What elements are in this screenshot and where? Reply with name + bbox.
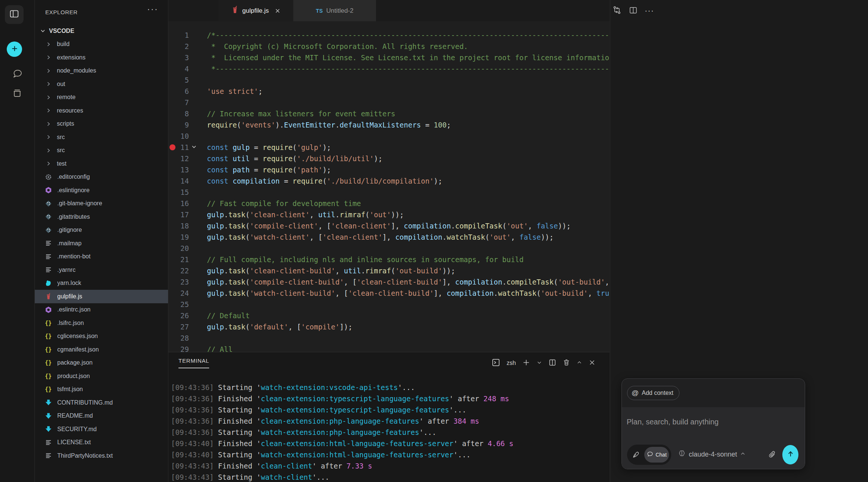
chevron-up-icon (740, 451, 746, 458)
tree-item-.mailmap[interactable]: .mailmap (35, 237, 168, 250)
line-number: 2 (168, 41, 189, 52)
tree-item-.gitattributes[interactable]: .gitattributes (35, 210, 168, 224)
tab-untitled-2[interactable]: TS Untitled-2 (293, 0, 376, 21)
send-button[interactable] (782, 445, 798, 464)
code-line: 28 (168, 332, 609, 344)
model-selector[interactable]: claude-4-sonnet (678, 449, 746, 459)
terminal-icon[interactable] (492, 358, 500, 368)
code-line: 12const util = require('./build/lib/util… (168, 153, 609, 164)
tree-item-label: cglicenses.json (57, 333, 98, 340)
code-editor[interactable]: 1/*-------------------------------------… (168, 21, 609, 352)
tree-item-test[interactable]: test (35, 157, 168, 171)
tree-item-src[interactable]: src (35, 144, 168, 157)
new-terminal-icon[interactable] (522, 359, 530, 368)
tree-item-.gitignore[interactable]: .gitignore (35, 224, 168, 237)
tree-item-.lsifrc.json[interactable]: {}.lsifrc.json (35, 316, 168, 330)
tree-item-ThirdPartyNotices.txt[interactable]: ThirdPartyNotices.txt (35, 449, 168, 463)
yarn-file-icon (45, 280, 52, 287)
tree-item-resources[interactable]: resources (35, 104, 168, 117)
code-line: 1/*-------------------------------------… (168, 30, 609, 41)
tree-item-out[interactable]: out (35, 77, 168, 91)
tree-item-label: .mention-bot (57, 253, 91, 260)
tree-item-label: .gitattributes (57, 214, 90, 220)
split-terminal-icon[interactable] (548, 359, 556, 368)
tree-item-yarn.lock[interactable]: yarn.lock (35, 277, 168, 290)
tree-item-node_modules[interactable]: node_modules (35, 64, 168, 78)
close-panel-icon[interactable] (589, 359, 596, 368)
tree-item-.eslintignore[interactable]: .eslintignore (35, 184, 168, 197)
code-line: 22gulp.task('clean-client-build', util.r… (168, 265, 609, 276)
chevron-up-icon[interactable] (577, 360, 582, 367)
tree-item-tsfmt.json[interactable]: {}tsfmt.json (35, 383, 168, 396)
tree-item-label: resources (57, 107, 83, 114)
close-tab-icon[interactable] (274, 7, 281, 14)
terminal-output[interactable]: [09:43:36] Starting 'watch-extension:vsc… (171, 382, 513, 482)
tree-item-package.json[interactable]: {}package.json (35, 356, 168, 370)
code-line: 20 (168, 243, 609, 254)
tree-item-.git-blame-ignore[interactable]: .git-blame-ignore (35, 197, 168, 211)
code-line: 14const compilation = require('./build/l… (168, 175, 609, 187)
tree-item-.editorconfig[interactable]: .editorconfig (35, 171, 168, 184)
line-number: 14 (168, 175, 189, 187)
fold-chevron-icon[interactable] (191, 144, 197, 150)
tree-root-vscode[interactable]: VSCODE (35, 24, 168, 38)
line-number: 8 (168, 108, 189, 119)
archive-button[interactable] (0, 88, 34, 100)
tree-item-gulpfile.js[interactable]: gulpfile.js (35, 290, 168, 303)
tree-item-SECURITY.md[interactable]: SECURITY.md (35, 423, 168, 436)
split-editor-icon[interactable] (629, 6, 638, 16)
more-actions-icon[interactable]: ··· (645, 9, 654, 13)
markdown-file-icon (45, 399, 52, 406)
tree-item-.mention-bot[interactable]: .mention-bot (35, 250, 168, 264)
tree-item-label: build (57, 41, 70, 47)
terminal-line: [09:43:36] Starting 'watch-extension:php… (171, 427, 513, 438)
tree-item-build[interactable]: build (35, 38, 168, 51)
mode-toggle[interactable]: Chat (627, 445, 671, 465)
chevron-right-icon (45, 121, 52, 127)
tab-label: Untitled-2 (326, 7, 354, 15)
tree-item-product.json[interactable]: {}product.json (35, 369, 168, 383)
toggle-sidebar-button[interactable] (5, 5, 24, 24)
chat-input-area[interactable]: Plan, search, build anything Chat claude… (622, 407, 805, 469)
line-number: 1 (168, 30, 189, 41)
code-line: 11const gulp = require('gulp'); (168, 142, 609, 153)
tree-item-src[interactable]: src (35, 131, 168, 144)
tree-item-cgmanifest.json[interactable]: {}cgmanifest.json (35, 343, 168, 356)
gulp-file-icon (231, 6, 239, 16)
terminal-tab[interactable]: TERMINAL (178, 357, 209, 368)
list-file-icon (45, 240, 52, 247)
chat-button[interactable] (0, 68, 34, 81)
editor-tab-bar: gulpfile.js TS Untitled-2 (168, 0, 609, 21)
tree-item-remote[interactable]: remote (35, 91, 168, 104)
line-number: 21 (168, 254, 189, 265)
pencil-icon (632, 451, 640, 459)
tree-item-CONTRIBUTING.md[interactable]: CONTRIBUTING.md (35, 396, 168, 409)
tree-item-label: yarn.lock (57, 280, 81, 286)
code-line: 23gulp.task('compile-client-build', ['cl… (168, 276, 609, 288)
explorer-more-actions-icon[interactable]: ··· (147, 4, 158, 14)
kill-terminal-trash-icon[interactable] (563, 359, 570, 368)
tree-item-.eslintrc.json[interactable]: .eslintrc.json (35, 303, 168, 317)
tree-item-.yarnrc[interactable]: .yarnrc (35, 263, 168, 277)
chevron-down-icon (40, 28, 46, 34)
tree-item-LICENSE.txt[interactable]: LICENSE.txt (35, 436, 168, 449)
archive-tray-icon (12, 88, 22, 100)
attach-paperclip-icon[interactable] (768, 450, 776, 459)
add-context-button[interactable]: @ Add context (627, 386, 679, 400)
tree-item-label: package.json (57, 359, 92, 366)
chat-mode-pill[interactable]: Chat (644, 447, 669, 463)
new-session-button[interactable] (7, 42, 22, 57)
compare-changes-icon[interactable] (612, 5, 622, 16)
tree-item-scripts[interactable]: scripts (35, 117, 168, 131)
code-line: 18gulp.task('compile-client', ['clean-cl… (168, 220, 609, 231)
model-label: claude-4-sonnet (689, 451, 737, 458)
line-number: 4 (168, 63, 189, 74)
code-line: 7 (168, 97, 609, 108)
chevron-down-icon[interactable] (537, 360, 542, 367)
line-number: 13 (168, 164, 189, 175)
tree-item-cglicenses.json[interactable]: {}cglicenses.json (35, 330, 168, 343)
tree-item-extensions[interactable]: extensions (35, 51, 168, 64)
list-file-icon (45, 253, 52, 260)
tree-item-README.md[interactable]: README.md (35, 409, 168, 423)
tab-gulpfile-js[interactable]: gulpfile.js (218, 0, 293, 21)
